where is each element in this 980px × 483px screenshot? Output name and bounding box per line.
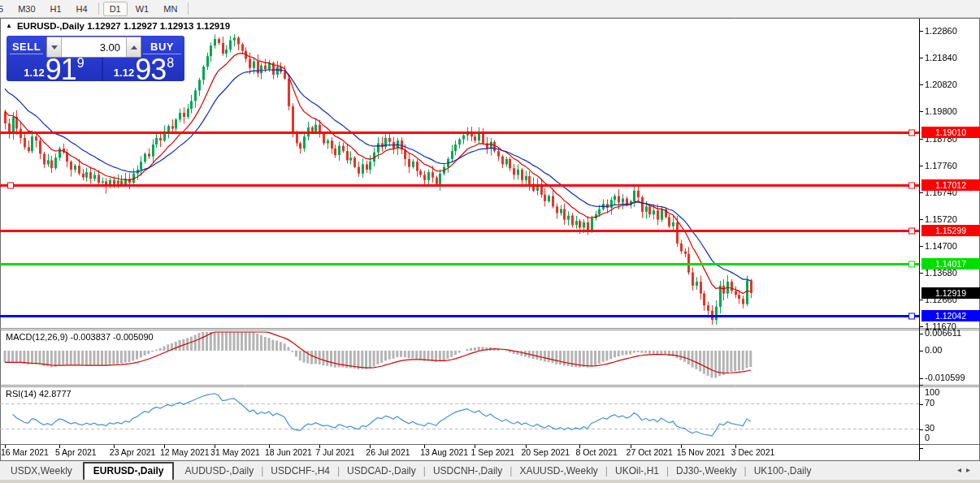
macd-axis-label: 0.006611 bbox=[925, 328, 961, 338]
macd-label: MACD(12,26,9) -0.003837 -0.005090 bbox=[6, 332, 154, 342]
tab-usdcad-daily[interactable]: USDCAD-,Daily bbox=[336, 463, 427, 479]
rsi-axis-label: 30 bbox=[925, 423, 934, 433]
bottom-strip bbox=[0, 480, 980, 483]
buy-price[interactable]: 1.12938 bbox=[103, 57, 184, 81]
date-axis-label: 7 Jul 2021 bbox=[315, 447, 354, 457]
date-axis-label: 12 May 2021 bbox=[160, 447, 210, 457]
timeframe-toolbar: 5M30H1H4D1W1MN bbox=[0, 0, 980, 18]
tab-eurusd-daily[interactable]: EURUSD-,Daily bbox=[83, 462, 175, 480]
tab-ukoil-h1[interactable]: UKOil-,H1 bbox=[605, 463, 670, 479]
date-axis-label: 15 Nov 2021 bbox=[677, 447, 726, 457]
date-axis-label: 13 Aug 2021 bbox=[420, 447, 468, 457]
date-axis-label: 16 Mar 2021 bbox=[1, 447, 49, 457]
macd-axis-label: 0.00 bbox=[925, 345, 942, 355]
tab-scroll-arrows: ◂▸ bbox=[957, 465, 975, 474]
triangle-down-icon bbox=[51, 45, 58, 50]
sell-price-sup: 9 bbox=[77, 56, 85, 71]
timeframe-button-H1[interactable]: H1 bbox=[44, 2, 68, 16]
date-axis-label: 18 Jun 2021 bbox=[265, 447, 312, 457]
tab-scroll-right-icon[interactable]: ▸ bbox=[966, 465, 975, 474]
date-axis-label: 5 Apr 2021 bbox=[55, 447, 97, 457]
chart-canvas[interactable] bbox=[0, 18, 980, 461]
date-axis-label: 31 May 2021 bbox=[210, 447, 260, 457]
price-axis-label: 1.22860 bbox=[925, 26, 957, 36]
tab-usdcnh-daily[interactable]: USDCNH-,Daily bbox=[423, 463, 513, 479]
sell-underline bbox=[10, 54, 43, 54]
price-axis-label: 1.14700 bbox=[925, 241, 957, 251]
buy-price-sup: 8 bbox=[167, 56, 174, 71]
chart-title-row: ▲ EURUSD-,Daily 1.12927 1.12927 1.12913 … bbox=[6, 21, 230, 31]
toolbar-separator bbox=[188, 2, 189, 15]
timeframe-button-D1[interactable]: D1 bbox=[103, 2, 128, 16]
rsi-axis-label: 0 bbox=[925, 433, 930, 442]
timeframe-button-5[interactable]: 5 bbox=[0, 2, 10, 16]
date-axis-label: 26 Jul 2021 bbox=[366, 447, 410, 457]
price-axis-label: 1.20820 bbox=[925, 80, 957, 89]
date-axis-label: 1 Sep 2021 bbox=[470, 447, 514, 457]
sell-price-small: 1.12 bbox=[24, 67, 44, 79]
current-price-label: 1.12919 bbox=[921, 287, 980, 299]
timeframe-button-H4[interactable]: H4 bbox=[70, 2, 94, 16]
date-axis-label: 27 Oct 2021 bbox=[627, 447, 673, 457]
buy-button-label: BUY bbox=[150, 41, 174, 53]
buy-price-big: 93 bbox=[135, 58, 166, 81]
tab-usdx-weekly[interactable]: USDX,Weekly bbox=[0, 463, 83, 479]
tab-uk100-daily[interactable]: UK100-,Daily bbox=[744, 463, 822, 479]
price-axis-label: 1.21840 bbox=[925, 53, 957, 63]
triangle-up-icon bbox=[131, 45, 137, 50]
date-axis-label: 3 Dec 2021 bbox=[731, 447, 775, 457]
one-click-trading-panel: SELL 3.00 BUY 1.12919 1.12938 bbox=[7, 36, 184, 81]
price-axis-label: 1.17760 bbox=[925, 161, 957, 170]
timeframe-button-W1[interactable]: W1 bbox=[129, 2, 156, 16]
tab-xauusd-weekly[interactable]: XAUUSD-,Weekly bbox=[509, 463, 608, 479]
timeframe-button-M30[interactable]: M30 bbox=[11, 2, 41, 16]
sell-button-label: SELL bbox=[12, 41, 41, 53]
hline-price-label: 1.17012 bbox=[921, 179, 980, 191]
hline-price-label: 1.12042 bbox=[921, 310, 980, 321]
timeframe-button-MN[interactable]: MN bbox=[157, 2, 184, 16]
tab-dj30-weekly[interactable]: DJ30-,Weekly bbox=[666, 463, 747, 479]
mt4-terminal: { "toolbar": { "buttons": ["5", "M30", "… bbox=[0, 0, 980, 483]
rsi-axis-label: 70 bbox=[925, 398, 934, 408]
date-axis-label: 23 Apr 2021 bbox=[110, 447, 156, 457]
tab-usdchf-h4[interactable]: USDCHF-,H4 bbox=[260, 463, 340, 479]
buy-price-small: 1.12 bbox=[114, 67, 134, 79]
rsi-axis-label: 100 bbox=[925, 387, 939, 397]
tab-audusd-daily[interactable]: AUDUSD-,Daily bbox=[174, 463, 264, 479]
rsi-label: RSI(14) 42.8777 bbox=[6, 389, 72, 399]
tab-scroll-left-icon[interactable]: ◂ bbox=[957, 465, 966, 474]
chart-title: EURUSD-,Daily 1.12927 1.12927 1.12913 1.… bbox=[17, 21, 230, 31]
date-axis-label: 20 Sep 2021 bbox=[522, 447, 570, 457]
price-axis-label: 1.19800 bbox=[925, 106, 957, 116]
macd-axis-label: -0.010599 bbox=[925, 373, 965, 382]
collapse-arrow-icon[interactable]: ▲ bbox=[6, 23, 12, 29]
price-axis-label: 1.15720 bbox=[925, 214, 957, 224]
sell-price-big: 91 bbox=[46, 58, 76, 81]
hline-price-label: 1.14017 bbox=[921, 258, 980, 270]
date-axis-label: 8 Oct 2021 bbox=[575, 447, 617, 457]
hline-price-label: 1.15299 bbox=[921, 225, 980, 236]
hline-price-label: 1.19010 bbox=[921, 127, 980, 138]
chart-tab-bar: USDX,WeeklyEURUSD-,DailyAUDUSD-,Daily|US… bbox=[0, 461, 980, 480]
sell-price[interactable]: 1.12919 bbox=[7, 57, 102, 81]
sell-button[interactable]: SELL bbox=[7, 36, 46, 57]
toolbar-separator bbox=[98, 2, 99, 15]
